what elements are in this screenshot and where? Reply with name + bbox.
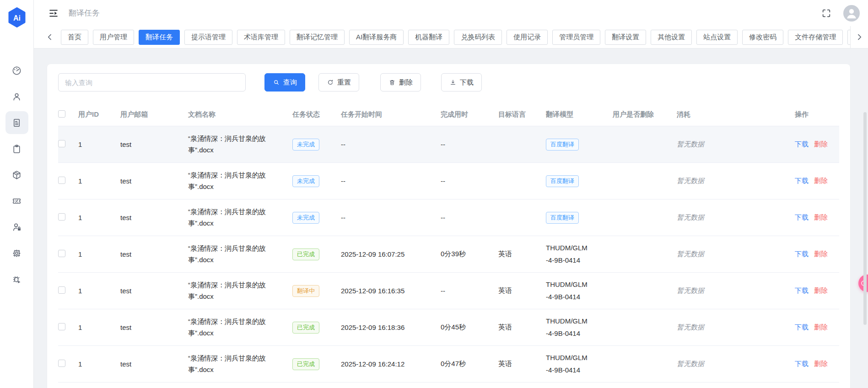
sidebar-item-admins[interactable] — [7, 217, 27, 237]
sidebar-item-translation-tasks[interactable] — [5, 111, 28, 134]
column-header-11: 操作 — [795, 110, 839, 119]
download-link[interactable]: 下载 — [795, 323, 809, 331]
select-all-cell — [58, 110, 78, 119]
sidebar-item-redeem-codes[interactable] — [7, 191, 27, 211]
sidebar-item-dashboard[interactable] — [7, 60, 27, 81]
download-link[interactable]: 下载 — [795, 213, 809, 221]
tabs-container: 首页用户管理翻译任务提示语管理术语库管理翻译记忆管理AI翻译服务商机器翻译兑换码… — [61, 30, 868, 45]
duration-cell: 0分39秒 — [441, 250, 498, 259]
row-select-cell — [58, 286, 78, 295]
row-checkbox[interactable] — [58, 360, 65, 367]
column-header-7: 目标语言 — [498, 110, 546, 119]
app-root: Ai 翻译任务 首页用户管理翻译任务提示语管理术语库管理翻译记忆管理AI翻译服务… — [0, 0, 868, 388]
tasks-card: 查询 重置 删除 下载 用户ID用户邮箱文档名称任务状态任务 — [47, 64, 850, 388]
ticket-icon — [11, 196, 22, 206]
vertical-scrollbar[interactable] — [863, 112, 867, 325]
row-checkbox[interactable] — [58, 140, 65, 147]
status-cell: 已完成 — [292, 322, 341, 334]
download-link[interactable]: 下载 — [795, 177, 809, 184]
tab-8[interactable]: 兑换码列表 — [454, 30, 502, 45]
table-bottom-filler — [58, 383, 839, 388]
row-checkbox[interactable] — [58, 323, 65, 330]
avatar[interactable] — [843, 5, 860, 22]
tab-6[interactable]: AI翻译服务商 — [349, 30, 404, 45]
row-checkbox[interactable] — [58, 250, 65, 257]
delete-link[interactable]: 删除 — [814, 177, 828, 184]
user-email-cell: test — [120, 214, 188, 221]
delete-link[interactable]: 删除 — [814, 140, 828, 148]
model-cell: THUDM/GLM-4-9B-0414 — [546, 279, 613, 303]
download-link[interactable]: 下载 — [795, 250, 809, 258]
table-row: 1test“泉涌情深：润兵甘泉的故事”.docx未完成----百度翻译暂无数据下… — [58, 126, 839, 163]
row-checkbox[interactable] — [58, 213, 65, 221]
reset-button[interactable]: 重置 — [318, 73, 359, 92]
refresh-icon — [327, 79, 334, 86]
download-link[interactable]: 下载 — [795, 286, 809, 294]
tab-10[interactable]: 管理员管理 — [552, 30, 600, 45]
reset-button-label: 重置 — [337, 78, 351, 87]
tab-4[interactable]: 术语库管理 — [237, 30, 285, 45]
app-logo[interactable]: Ai — [8, 7, 26, 27]
delete-link[interactable]: 删除 — [814, 360, 828, 367]
tab-scroll-left-icon[interactable] — [45, 32, 54, 42]
tab-scroll-right-button[interactable] — [850, 26, 868, 48]
sidebar-item-translation-test[interactable] — [7, 269, 27, 289]
model-name: THUDM/GLM-4-9B-0414 — [546, 352, 589, 376]
download-link[interactable]: 下载 — [795, 140, 809, 148]
user-email-cell: test — [120, 140, 188, 148]
tab-3[interactable]: 提示语管理 — [184, 30, 232, 45]
cost-empty-text: 暂无数据 — [677, 140, 704, 148]
tab-14[interactable]: 修改密码 — [742, 30, 783, 45]
tab-7[interactable]: 机器翻译 — [408, 30, 449, 45]
tab-9[interactable]: 使用记录 — [507, 30, 548, 45]
tab-1[interactable]: 用户管理 — [93, 30, 134, 45]
column-header-9: 用户是否删除 — [613, 110, 677, 119]
status-badge: 已完成 — [292, 322, 319, 334]
download-link[interactable]: 下载 — [795, 360, 809, 367]
status-badge: 未完成 — [292, 175, 319, 187]
model-cell: THUDM/GLM-4-9B-0414 — [546, 315, 613, 340]
fullscreen-icon[interactable] — [821, 8, 831, 18]
user-id-cell: 1 — [78, 214, 120, 221]
status-badge: 未完成 — [292, 139, 319, 151]
sidebar-item-settings[interactable] — [7, 243, 27, 263]
download-icon — [449, 79, 457, 86]
cost-cell: 暂无数据 — [677, 140, 795, 149]
sidebar-item-prompts[interactable] — [7, 139, 27, 159]
user-icon — [11, 92, 22, 102]
table-row: 1test“泉涌情深：润兵甘泉的故事”.docx已完成2025-12-09 16… — [58, 236, 839, 273]
select-all-checkbox[interactable] — [58, 110, 65, 118]
actions-cell: 下载删除 — [795, 140, 839, 149]
search-input[interactable] — [58, 73, 246, 92]
model-badge: 百度翻译 — [546, 175, 579, 187]
tab-0[interactable]: 首页 — [61, 30, 88, 45]
sidebar-item-users[interactable] — [7, 86, 27, 107]
status-cell: 未完成 — [292, 212, 341, 224]
tab-2[interactable]: 翻译任务 — [139, 30, 180, 45]
sidebar-item-terminology[interactable] — [7, 165, 27, 185]
delete-link[interactable]: 删除 — [814, 213, 828, 221]
collapse-menu-icon[interactable] — [49, 8, 59, 18]
tab-5[interactable]: 翻译记忆管理 — [290, 30, 345, 45]
tabbar: 首页用户管理翻译任务提示语管理术语库管理翻译记忆管理AI翻译服务商机器翻译兑换码… — [34, 26, 868, 48]
delete-link[interactable]: 删除 — [814, 286, 828, 294]
query-button[interactable]: 查询 — [264, 73, 305, 92]
tab-15[interactable]: 文件存储管理 — [788, 30, 843, 45]
delete-button[interactable]: 删除 — [380, 73, 421, 92]
page-title: 翻译任务 — [69, 8, 100, 18]
row-checkbox[interactable] — [58, 177, 65, 184]
start-time-cell: -- — [341, 177, 441, 185]
tab-13[interactable]: 站点设置 — [696, 30, 738, 45]
tab-11[interactable]: 翻译设置 — [605, 30, 646, 45]
download-button[interactable]: 下载 — [441, 73, 482, 92]
duration-cell: -- — [441, 177, 498, 185]
tab-12[interactable]: 其他设置 — [651, 30, 692, 45]
model-badge: 百度翻译 — [546, 212, 579, 224]
doc-name-cell: “泉涌情深：润兵甘泉的故事”.docx — [188, 170, 292, 193]
delete-link[interactable]: 删除 — [814, 323, 828, 331]
row-checkbox[interactable] — [58, 286, 65, 294]
doc-name-cell: “泉涌情深：润兵甘泉的故事”.docx — [188, 280, 292, 302]
user-id-cell: 1 — [78, 140, 120, 148]
column-header-10: 消耗 — [677, 110, 795, 119]
delete-link[interactable]: 删除 — [814, 250, 828, 258]
